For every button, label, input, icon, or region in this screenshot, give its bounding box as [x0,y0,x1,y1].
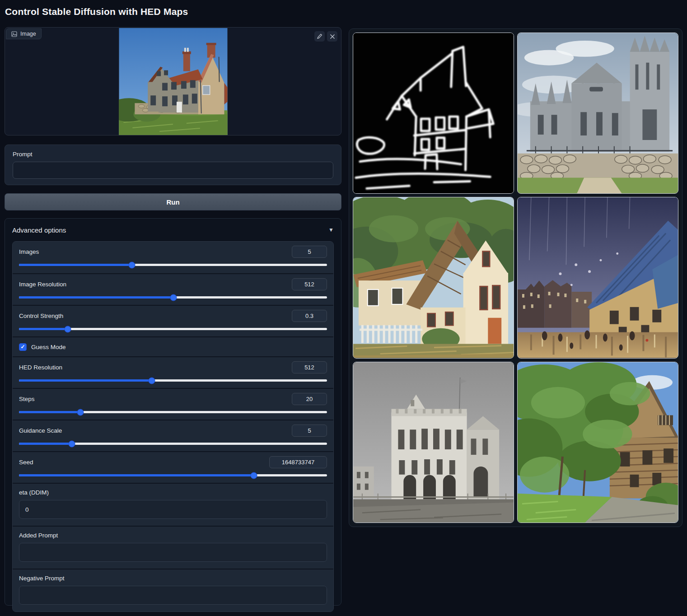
steps-slider[interactable] [19,411,327,413]
seed-slider-row: Seed 1648733747 [13,451,333,483]
seed-number-input[interactable]: 1648733747 [269,456,327,468]
control-strength-slider[interactable] [19,328,327,330]
grayscale-mansion-illustration [353,362,514,523]
gothic-cathedral-illustration [518,33,678,193]
slider-thumb[interactable] [251,472,257,479]
image-resolution-slider-row: Image Resolution 512 [13,273,333,305]
slider-fill [19,296,173,299]
hed-resolution-slider[interactable] [19,379,327,382]
prompt-label: Prompt [13,151,333,158]
slider-fill [19,443,72,445]
slider-fill [19,474,254,476]
slider-thumb[interactable] [170,294,177,301]
eta-input[interactable]: 0 [19,500,327,519]
images-number-input[interactable]: 5 [292,246,327,258]
added-prompt-row: Added Prompt [13,526,333,569]
control-strength-label: Control Strength [19,313,63,319]
house-photo-illustration [119,28,228,135]
eta-label: eta (DDIM) [19,489,327,496]
image-resolution-number-input[interactable]: 512 [292,278,327,290]
gallery-item-tree-covered-house[interactable] [517,362,678,523]
negative-prompt-row: Negative Prompt [13,569,333,611]
advanced-options-panel: Advanced options ▼ Images 5 Image Resolu… [5,218,341,606]
image-resolution-label: Image Resolution [19,281,66,288]
added-prompt-input[interactable] [19,543,327,562]
hed-edge-map-illustration [353,33,514,193]
cream-cottage-illustration [353,197,514,358]
hed-resolution-number-input[interactable]: 512 [292,361,327,373]
guess-mode-label: Guess Mode [31,344,66,350]
image-resolution-slider[interactable] [19,296,327,299]
guidance-scale-slider-row: Guidance Scale 5 [13,420,333,451]
steps-slider-row: Steps 20 [13,388,333,420]
gallery-item-cream-cottage-painting[interactable] [353,197,514,358]
slider-thumb[interactable] [148,377,155,384]
slider-thumb[interactable] [64,326,71,332]
negative-prompt-input[interactable] [19,586,327,605]
advanced-options-title: Advanced options [12,226,66,234]
gallery-item-grayscale-mansion[interactable] [353,362,514,523]
clear-image-button[interactable] [327,31,337,42]
guidance-scale-label: Guidance Scale [19,427,62,434]
guidance-scale-slider[interactable] [19,443,327,445]
hed-resolution-label: HED Resolution [19,364,62,371]
app-window: Control Stable Diffusion with HED Maps I… [0,0,687,616]
slider-fill [19,411,80,413]
dusk-street-illustration [518,197,678,358]
images-slider[interactable] [19,264,327,266]
image-tab[interactable]: Image [6,28,42,39]
edit-image-button[interactable] [314,31,325,42]
images-label: Images [19,248,39,255]
seed-slider[interactable] [19,474,327,476]
advanced-options-form: Images 5 Image Resolution 512 [12,241,334,612]
slider-fill [19,379,152,382]
results-gallery [349,28,682,527]
image-actions [314,31,337,42]
page-title: Control Stable Diffusion with HED Maps [5,6,188,17]
image-tab-label: Image [20,31,36,37]
slider-fill [19,264,132,266]
slider-fill [19,328,68,330]
seed-label: Seed [19,459,33,466]
steps-number-input[interactable]: 20 [292,393,327,405]
prompt-block: Prompt [5,145,341,185]
images-slider-row: Images 5 [13,242,333,273]
input-image-component: Image [5,27,341,135]
steps-label: Steps [19,396,35,402]
negative-prompt-label: Negative Prompt [19,575,327,582]
collapse-caret-icon: ▼ [328,227,334,233]
added-prompt-label: Added Prompt [19,532,327,539]
control-strength-slider-row: Control Strength 0.3 [13,305,333,336]
gallery-item-dusk-street-painting[interactable] [517,197,678,358]
guidance-scale-number-input[interactable]: 5 [292,425,327,437]
run-button[interactable]: Run [5,193,341,210]
gallery-item-gothic-cathedral[interactable] [517,33,678,194]
guess-mode-checkbox[interactable]: ✓ [19,343,27,351]
slider-thumb[interactable] [77,409,84,415]
hed-resolution-slider-row: HED Resolution 512 [13,356,333,388]
uploaded-image[interactable] [119,28,228,135]
guess-mode-row: ✓ Guess Mode [13,336,333,356]
pencil-icon [317,33,322,39]
advanced-options-header[interactable]: Advanced options ▼ [12,219,334,241]
gallery-item-hed-edge-map[interactable] [353,33,514,194]
prompt-input[interactable] [13,162,333,179]
close-icon [330,34,335,39]
slider-thumb[interactable] [68,440,75,447]
control-strength-number-input[interactable]: 0.3 [292,310,327,322]
eta-row: eta (DDIM) 0 [13,483,333,526]
image-icon [11,31,17,37]
tree-covered-house-illustration [518,362,678,523]
slider-thumb[interactable] [129,261,136,268]
